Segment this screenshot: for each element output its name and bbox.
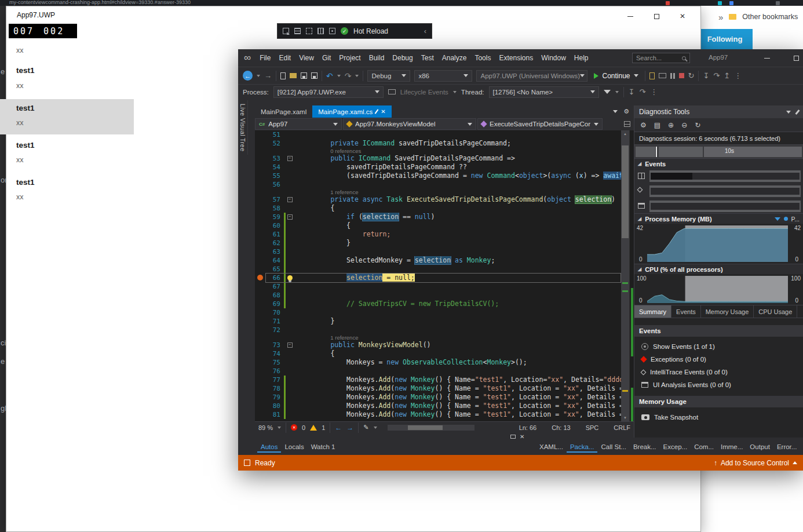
menu-project[interactable]: Project [335,52,364,64]
scroll-down-icon[interactable]: ▼ [621,414,629,421]
navigate-forward-icon[interactable]: → [346,424,353,432]
menu-tools[interactable]: Tools [470,52,495,64]
bottom-tab-xaml[interactable]: XAML... [536,442,567,453]
filter-caret-icon[interactable] [615,91,619,93]
back-history-caret-icon[interactable] [257,75,260,77]
codelens-references[interactable]: 1 reference [255,334,621,341]
search-box[interactable]: Search... [632,53,690,63]
restart-button[interactable]: ↻ [688,71,695,80]
bottom-tab-watch-1[interactable]: Watch 1 [308,442,339,453]
other-bookmarks-label[interactable]: Other bookmarks [742,13,798,21]
layout-adorners-icon[interactable] [306,28,312,34]
diagnostics-tab-memory-usage[interactable]: Memory Usage [701,305,754,318]
code-line-63[interactable]: 63 [255,247,621,256]
hscrollbar-thumb[interactable] [408,425,443,430]
menu-file[interactable]: File [256,52,275,64]
memory-chart[interactable] [647,225,788,262]
dock-window-icon[interactable] [510,435,516,439]
add-to-source-control-button[interactable]: ↑ Add to Source Control [714,459,797,467]
menu-test[interactable]: Test [417,52,438,64]
startup-project-dropdown[interactable]: App97.UWP (Universal Windows) [476,70,587,82]
undo-caret-icon[interactable] [337,75,341,77]
scrollbar-thumb[interactable] [622,145,629,238]
code-line-81[interactable]: 81 Monkeys.Add(new Monkey() { Name = "te… [255,410,621,419]
errors-icon[interactable]: ✕ [291,424,297,431]
intellitrace-row[interactable]: IntelliTrace Events (0 of 0) [634,366,803,378]
redo-caret-icon[interactable] [355,75,359,77]
bottom-tab-call-st[interactable]: Call St... [597,442,629,453]
menu-git[interactable]: Git [318,52,335,64]
zoom-out-icon[interactable]: ⊖ [681,121,687,129]
code-line-51[interactable]: 51 [255,130,621,139]
following-tab[interactable]: Following [697,29,753,49]
code-line-57[interactable]: 57− private async Task ExecuteSavedTripD… [255,195,621,204]
bottom-tab-locals[interactable]: Locals [281,442,307,453]
doc-tab-mainpage-xaml[interactable]: MainPage.xaml [255,105,312,118]
code-line-54[interactable]: 54 savedTripDetailsPageCommand ?? [255,163,621,172]
fold-collapse-icon[interactable]: − [287,156,293,161]
split-editor-icon[interactable] [624,121,630,127]
code-line-73[interactable]: 73− public MonkeysViewModel() [255,341,621,349]
process-dropdown[interactable]: [9212] App97.UWP.exe [273,86,384,98]
codelens-references[interactable]: 1 reference [255,189,621,195]
menu-build[interactable]: Build [365,52,389,64]
project-dropdown[interactable]: C# App97 [255,118,342,130]
code-line-76[interactable]: 76 [255,367,621,376]
menu-extensions[interactable]: Extensions [495,52,537,64]
expand-icon[interactable]: ◢ [638,216,641,221]
track-focused-element-icon[interactable] [329,28,335,34]
codelens-references[interactable]: 0 references [255,148,621,154]
member-dropdown[interactable]: ExecuteSavedTripDetailsPageCommand [477,118,603,130]
live-visual-tree-tab[interactable]: Live Visual Tree [238,100,248,155]
app-minimize-button[interactable] [618,8,643,25]
code-line-55[interactable]: 55 (savedTripDetailsPageCommand = new Co… [255,172,621,180]
code-line-72[interactable]: 72 [255,326,621,334]
bottom-tab-break[interactable]: Break... [630,442,660,453]
save-icon[interactable] [301,72,307,79]
take-snapshot-button[interactable]: Take Snapshot [634,411,803,424]
line-ending-mode[interactable]: CRLF [614,424,630,431]
pin-icon[interactable] [795,110,800,115]
zoom-in-icon[interactable]: ⊕ [668,121,674,129]
show-events-link[interactable]: Show Events (1 of 1) [634,340,803,353]
expand-icon[interactable]: ◢ [638,161,641,166]
display-layout-icon[interactable] [294,28,301,34]
list-item-detail[interactable]: xx [16,119,24,127]
diagnostics-timeline[interactable]: 10s [634,145,803,159]
list-item-name[interactable]: test1 [16,178,35,187]
step-into-button[interactable]: ↧ [703,71,709,80]
fold-collapse-icon[interactable]: − [287,214,293,220]
reset-view-icon[interactable]: ↻ [695,121,700,129]
code-line-56[interactable]: 56 [255,180,621,189]
code-line-75[interactable]: 75 Monkeys = new ObservableCollection<Mo… [255,358,621,367]
code-line-77[interactable]: 77 Monkeys.Add(new Monkey() { Name="test… [255,376,621,384]
code-line-65[interactable]: 65 [255,265,621,274]
list-item-detail[interactable]: xx [16,193,24,201]
menu-analyze[interactable]: Analyze [438,52,471,64]
live-preview-monitor-icon[interactable] [659,73,666,78]
bookmarks-overflow-chevron[interactable]: » [718,12,723,22]
save-all-icon[interactable] [311,72,317,79]
code-line-70[interactable]: 70 [255,308,621,317]
app-maximize-button[interactable] [644,8,669,25]
bottom-tab-excep[interactable]: Excep... [660,442,691,453]
vs-minimize-button[interactable] [757,49,778,67]
grid-overlay-icon[interactable] [317,28,324,34]
zoom-level[interactable]: 89 % [258,424,273,431]
list-item-name[interactable]: test1 [16,141,35,150]
open-file-icon[interactable] [290,73,297,78]
apply-code-changes-icon[interactable] [649,72,655,79]
diagnostics-tab-events[interactable]: Events [671,305,701,318]
code-line-68[interactable]: 68 [255,291,621,300]
browser-profile-icon[interactable] [729,1,733,5]
code-line-53[interactable]: 53− public ICommand SavedTripDetailsPage… [255,154,621,163]
timeline-selection[interactable] [704,147,802,157]
diagnostics-tab-cpu-usage[interactable]: CPU Usage [754,305,797,318]
list-item-detail[interactable]: xx [16,46,24,54]
menu-help[interactable]: Help [570,52,593,64]
expand-icon[interactable]: ◢ [638,267,641,272]
code-line-59[interactable]: 59− if (selection == null) [255,213,621,221]
navigate-forward-button[interactable]: → [264,71,272,80]
toolbar-overflow-icon[interactable]: ⋮ [734,71,742,80]
code-line-60[interactable]: 60 { [255,221,621,230]
